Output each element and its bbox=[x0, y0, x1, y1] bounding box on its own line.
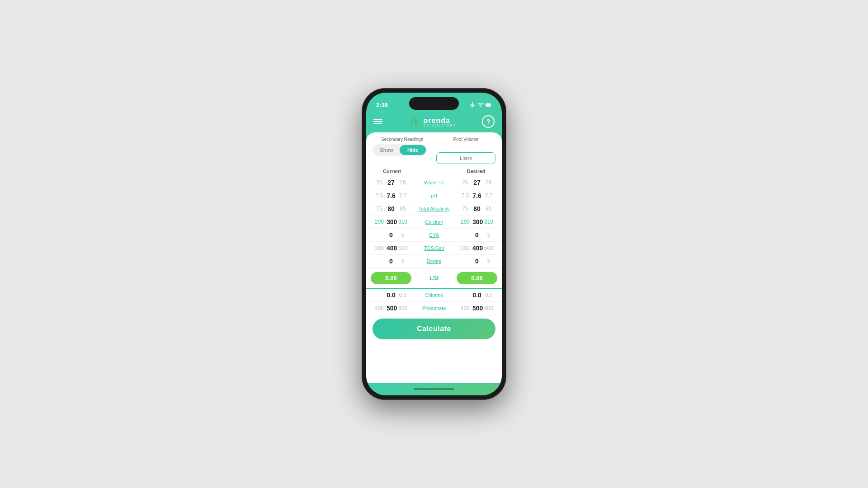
lsi-desired-badge[interactable]: 0.06 bbox=[457, 272, 497, 284]
desired-cya-mid: 0 bbox=[472, 231, 481, 239]
cya-label[interactable]: CYA bbox=[411, 232, 457, 238]
current-water-low: 26 bbox=[375, 179, 384, 186]
desired-ph-low: 7.5 bbox=[461, 192, 470, 199]
desired-chlorine-high: 0.5 bbox=[484, 292, 493, 298]
desired-water-mid: 27 bbox=[472, 179, 481, 186]
current-ca-high: 310 bbox=[398, 219, 407, 225]
current-ca-values: 290 300 310 bbox=[371, 218, 411, 225]
current-tds-values: 300 400 500 bbox=[371, 244, 411, 252]
desired-header: Desired bbox=[457, 169, 495, 174]
row-cya: 0 5 CYA 0 5 bbox=[366, 229, 502, 242]
current-ph-low: 7.5 bbox=[375, 192, 384, 199]
desired-cya-high: 5 bbox=[484, 232, 493, 238]
row-ph: 7.5 7.6 7.7 pH 7.5 7.6 7.7 bbox=[366, 189, 502, 202]
desired-ta-values: 75 80 85 bbox=[457, 205, 497, 212]
home-indicator bbox=[366, 383, 502, 395]
desired-phosphate-low: 400 bbox=[461, 305, 470, 311]
hamburger-button[interactable] bbox=[373, 119, 382, 124]
current-ta-low: 75 bbox=[375, 206, 384, 212]
desired-ta-mid: 80 bbox=[472, 205, 481, 212]
total-alkalinity-label[interactable]: Total Alkalinity bbox=[411, 206, 457, 211]
current-cya-mid: 0 bbox=[387, 231, 396, 239]
airplane-icon bbox=[469, 102, 476, 108]
current-tds-low: 300 bbox=[375, 245, 384, 251]
show-hide-toggle: Show Hide bbox=[373, 144, 427, 156]
desired-borate-mid: 0 bbox=[472, 258, 481, 265]
row-water-temp: 26 27 28 Water °C 26 27 28 bbox=[366, 176, 502, 189]
row-chlorine: 0.0 0.5 Chlorine 0.0 0.5 bbox=[366, 289, 502, 302]
current-ca-mid: 300 bbox=[387, 218, 396, 225]
current-ta-values: 75 80 85 bbox=[371, 205, 411, 212]
desired-phosphate-mid: 500 bbox=[472, 305, 481, 312]
content-card: Secondary Readings Show Hide Pool Volume… bbox=[366, 132, 502, 383]
calcium-label[interactable]: Calcium bbox=[411, 219, 457, 225]
row-total-alkalinity: 75 80 85 Total Alkalinity 75 80 85 bbox=[366, 202, 502, 216]
current-ph-high: 7.7 bbox=[398, 192, 407, 199]
current-ph-mid: 7.6 bbox=[387, 192, 396, 199]
table-headers: Current Desired bbox=[366, 167, 502, 176]
row-phosphate: 400 500 600 Phosphate 400 500 600 bbox=[366, 302, 502, 315]
current-header: Current bbox=[373, 169, 411, 174]
desired-borate-values: 0 5 bbox=[457, 258, 497, 265]
desired-ca-low: 290 bbox=[461, 219, 470, 225]
row-borate: 0 5 Borate 0 5 bbox=[366, 255, 502, 268]
desired-ph-mid: 7.6 bbox=[472, 192, 481, 199]
desired-tds-mid: 400 bbox=[472, 244, 481, 252]
current-phosphate-values: 400 500 600 bbox=[371, 305, 411, 312]
current-cya-values: 0 5 bbox=[371, 231, 411, 239]
current-ta-mid: 80 bbox=[387, 205, 396, 212]
row-lsi: 0.06 LSI 0.06 bbox=[366, 268, 502, 289]
app-header: orenda CALCULATORS ? bbox=[366, 113, 502, 132]
calculate-button[interactable]: Calculate bbox=[373, 319, 495, 339]
phone-frame: 2:36 bbox=[362, 88, 506, 400]
current-ta-high: 85 bbox=[398, 206, 407, 212]
logo-area: orenda CALCULATORS bbox=[408, 115, 456, 128]
desired-ph-high: 7.7 bbox=[484, 192, 493, 199]
lsi-label[interactable]: LSI bbox=[411, 275, 457, 282]
top-controls: Secondary Readings Show Hide Pool Volume bbox=[366, 132, 502, 167]
desired-chlorine-values: 0.0 0.5 bbox=[457, 291, 497, 299]
status-icons bbox=[469, 102, 492, 108]
phone-screen: 2:36 bbox=[366, 93, 502, 395]
hide-button[interactable]: Hide bbox=[400, 145, 426, 155]
status-time: 2:36 bbox=[376, 102, 388, 108]
logo-leaf-icon bbox=[408, 115, 420, 128]
pool-volume-label: Pool Volume bbox=[436, 137, 495, 142]
desired-water-values: 26 27 28 bbox=[457, 179, 497, 186]
desired-ta-high: 85 bbox=[484, 206, 493, 212]
current-phosphate-low: 400 bbox=[375, 305, 384, 311]
help-button[interactable]: ? bbox=[482, 115, 495, 128]
desired-phosphate-high: 600 bbox=[484, 305, 493, 311]
water-temp-label: Water °C bbox=[411, 180, 457, 185]
svg-rect-1 bbox=[486, 103, 490, 106]
show-button[interactable]: Show bbox=[373, 145, 400, 155]
pool-volume-input[interactable] bbox=[436, 152, 495, 164]
secondary-readings-section: Secondary Readings Show Hide bbox=[373, 137, 432, 156]
current-borate-mid: 0 bbox=[387, 258, 396, 265]
row-calcium: 290 300 310 Calcium 290 300 310 bbox=[366, 216, 502, 229]
current-water-mid: 27 bbox=[387, 179, 396, 186]
param-header-spacer bbox=[411, 169, 457, 174]
desired-ca-high: 310 bbox=[484, 219, 493, 225]
current-borate-high: 5 bbox=[398, 258, 407, 264]
secondary-readings-label: Secondary Readings bbox=[373, 137, 432, 142]
current-chlorine-values: 0.0 0.5 bbox=[371, 291, 411, 299]
desired-tds-low: 300 bbox=[461, 245, 470, 251]
desired-chlorine-mid: 0.0 bbox=[472, 291, 481, 299]
current-cya-high: 5 bbox=[398, 232, 407, 238]
row-tds-salt: 300 400 500 TDS/Salt 300 400 500 bbox=[366, 242, 502, 255]
tds-salt-label[interactable]: TDS/Salt bbox=[411, 245, 457, 251]
pool-volume-section: Pool Volume bbox=[436, 137, 495, 164]
current-phosphate-mid: 500 bbox=[387, 305, 396, 312]
app-sub: CALCULATORS bbox=[423, 124, 456, 127]
current-chlorine-high: 0.5 bbox=[398, 292, 407, 298]
desired-ta-low: 75 bbox=[461, 206, 470, 212]
current-tds-mid: 400 bbox=[387, 244, 396, 252]
desired-ph-values: 7.5 7.6 7.7 bbox=[457, 192, 497, 199]
lsi-current-badge[interactable]: 0.06 bbox=[371, 272, 411, 284]
desired-phosphate-values: 400 500 600 bbox=[457, 305, 497, 312]
borate-label[interactable]: Borate bbox=[411, 258, 457, 264]
current-tds-high: 500 bbox=[398, 245, 407, 251]
current-phosphate-high: 600 bbox=[398, 305, 407, 311]
chlorine-label: Chlorine bbox=[411, 292, 457, 298]
